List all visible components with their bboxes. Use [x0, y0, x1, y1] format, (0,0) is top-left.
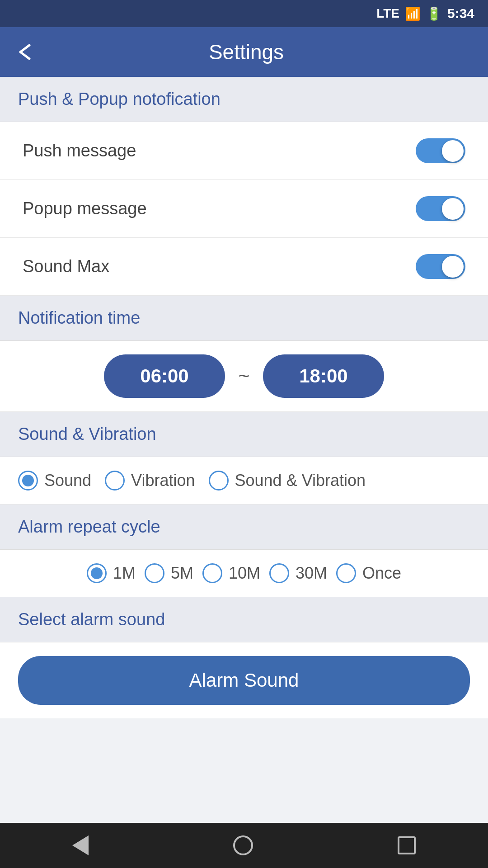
radio-vibration-circle: [105, 471, 125, 491]
alarm-sound-button[interactable]: Alarm Sound: [18, 656, 470, 705]
radio-sound-vibration[interactable]: Sound & Vibration: [209, 471, 366, 491]
radio-sound[interactable]: Sound: [18, 471, 91, 491]
start-time-button[interactable]: 06:00: [104, 354, 225, 398]
main-content: Push & Popup notofication Push message P…: [0, 77, 488, 764]
time-row: 06:00 ~ 18:00: [18, 354, 470, 398]
radio-sound-vibration-circle: [209, 471, 229, 491]
battery-icon: 🔋: [426, 6, 442, 21]
push-message-toggle-knob: [442, 140, 464, 162]
popup-message-row: Popup message: [0, 180, 488, 238]
notification-time-section: 06:00 ~ 18:00: [0, 341, 488, 412]
alarm-sound-section: Alarm Sound: [0, 642, 488, 718]
radio-sound-circle: [18, 471, 38, 491]
radio-1m-inner: [91, 567, 103, 579]
sound-max-toggle[interactable]: [416, 254, 465, 279]
radio-sound-label: Sound: [44, 471, 91, 490]
radio-sound-inner: [22, 475, 34, 486]
sound-vibration-section-header: Sound & Vibration: [0, 412, 488, 457]
push-message-label: Push message: [23, 141, 136, 160]
push-message-row: Push message: [0, 122, 488, 180]
radio-sound-vibration-label: Sound & Vibration: [235, 471, 366, 490]
app-header: Settings: [0, 27, 488, 77]
sound-max-label: Sound Max: [23, 257, 109, 276]
radio-1m-circle: [87, 563, 107, 583]
radio-5m[interactable]: 5M: [145, 563, 193, 583]
status-icons: LTE 📶 🔋 5:34: [376, 6, 474, 21]
radio-once-circle: [336, 563, 356, 583]
page-title: Settings: [45, 40, 447, 64]
radio-10m-circle: [202, 563, 222, 583]
radio-vibration[interactable]: Vibration: [105, 471, 195, 491]
status-bar: LTE 📶 🔋 5:34: [0, 0, 488, 27]
popup-message-toggle[interactable]: [416, 196, 465, 221]
radio-1m[interactable]: 1M: [87, 563, 136, 583]
time-separator: ~: [239, 365, 250, 387]
sound-vibration-section: Sound Vibration Sound & Vibration: [0, 457, 488, 505]
radio-vibration-label: Vibration: [131, 471, 195, 490]
radio-30m[interactable]: 30M: [269, 563, 327, 583]
status-time: 5:34: [447, 6, 474, 21]
push-popup-section-header: Push & Popup notofication: [0, 77, 488, 122]
back-button[interactable]: [14, 41, 36, 63]
radio-10m-label: 10M: [229, 564, 260, 583]
alarm-repeat-section-header: Alarm repeat cycle: [0, 505, 488, 550]
sound-vibration-radio-group: Sound Vibration Sound & Vibration: [18, 471, 470, 491]
alarm-sound-section-header: Select alarm sound: [0, 597, 488, 642]
signal-icon: 📶: [405, 6, 421, 21]
sound-max-toggle-knob: [442, 256, 464, 278]
push-message-toggle[interactable]: [416, 138, 465, 163]
nav-home-icon[interactable]: [233, 835, 253, 855]
end-time-button[interactable]: 18:00: [263, 354, 384, 398]
nav-recent-icon[interactable]: [398, 836, 416, 854]
sound-max-row: Sound Max: [0, 238, 488, 296]
alarm-repeat-radio-group: 1M 5M 10M 30M Once: [18, 563, 470, 583]
radio-once-label: Once: [362, 564, 401, 583]
alarm-repeat-section: 1M 5M 10M 30M Once: [0, 550, 488, 597]
radio-30m-label: 30M: [296, 564, 327, 583]
radio-5m-circle: [145, 563, 164, 583]
radio-10m[interactable]: 10M: [202, 563, 260, 583]
popup-message-label: Popup message: [23, 199, 147, 218]
radio-5m-label: 5M: [171, 564, 193, 583]
nav-back-icon[interactable]: [72, 835, 89, 855]
radio-once[interactable]: Once: [336, 563, 401, 583]
radio-30m-circle: [269, 563, 289, 583]
bottom-nav: [0, 823, 488, 868]
radio-1m-label: 1M: [113, 564, 136, 583]
popup-message-toggle-knob: [442, 198, 464, 220]
lte-icon: LTE: [376, 6, 399, 21]
notification-time-section-header: Notification time: [0, 296, 488, 341]
